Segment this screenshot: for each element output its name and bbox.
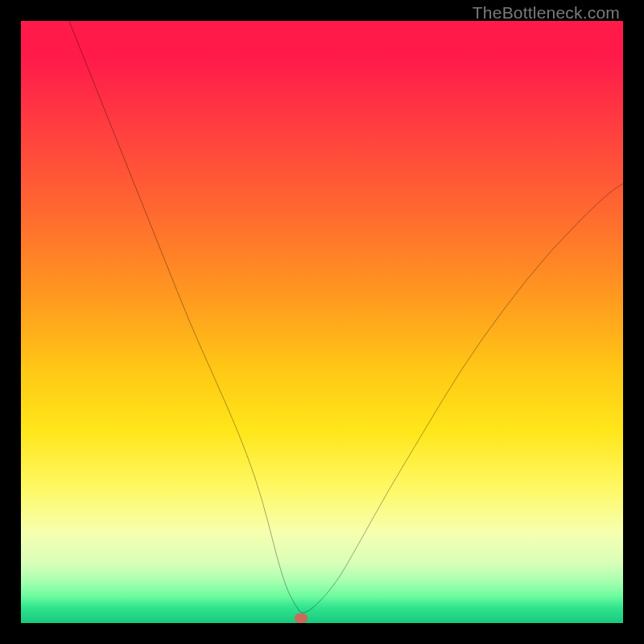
bottleneck-curve [21, 21, 623, 623]
plot-area [21, 21, 623, 623]
chart-frame: TheBottleneck.com [0, 0, 644, 644]
watermark-text: TheBottleneck.com [473, 3, 620, 23]
curve-path [69, 21, 623, 613]
minimum-marker [295, 613, 308, 623]
